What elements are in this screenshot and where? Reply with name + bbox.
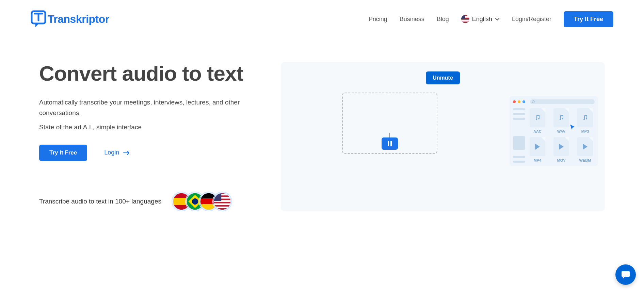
chat-icon [621,270,630,279]
language-selector[interactable]: English [461,15,500,23]
browser-sidebar [513,108,525,163]
file-card: WEBM [576,137,595,163]
svg-rect-7 [461,15,465,19]
file-card: WAV [552,108,571,134]
file-ext: MP3 [581,129,589,133]
file-ext: WAV [557,129,565,133]
svg-point-13 [192,198,198,205]
nav-business[interactable]: Business [400,16,424,23]
window-max-dot [522,100,525,103]
file-grid: AAC WAV MP3 MP4 [528,108,595,163]
languages-text: Transcribe audio to text in 100+ languag… [39,198,161,205]
audio-file-icon [577,108,593,127]
hero-illustration: Unmute [281,62,605,211]
chevron-down-icon [495,17,500,21]
file-ext: AAC [533,129,542,133]
pause-badge [382,137,398,150]
usa-flag-icon [461,15,469,23]
browser-body: AAC WAV MP3 MP4 [513,108,595,163]
file-ext: MP4 [534,158,542,162]
hero-login-link[interactable]: Login [104,149,130,156]
logo[interactable]: Transkriptor [31,10,109,28]
window-min-dot [518,100,520,103]
nav: Pricing Business Blog English Login/Regi… [369,11,613,27]
nav-login-register[interactable]: Login/Register [512,16,551,23]
hero-description-2: State of the art A.I., simple interface [39,124,260,131]
audio-file-icon [530,108,545,127]
hero-left: Convert audio to text Automatically tran… [39,62,260,211]
hero-actions: Try It Free Login [39,145,260,161]
file-card: MP4 [528,137,547,163]
hero-description-1: Automatically transcribe your meetings, … [39,97,260,118]
audio-file-icon [553,108,569,127]
arrow-right-icon [123,150,130,155]
svg-rect-22 [213,194,231,196]
file-card: MOV [552,137,571,163]
usa-flag-icon-large [212,192,232,211]
language-label: English [472,16,492,23]
search-bar [530,99,595,104]
video-file-icon [553,137,569,156]
file-card: AAC [528,108,547,134]
browser-header [513,99,595,104]
nav-cta-button[interactable]: Try It Free [564,11,613,27]
window-close-dot [513,100,516,103]
file-ext: MOV [557,158,565,162]
nav-blog[interactable]: Blog [437,16,449,23]
hero-cta-button[interactable]: Try It Free [39,145,87,161]
svg-rect-25 [213,204,231,205]
header: Transkriptor Pricing Business Blog Engli… [0,0,644,35]
video-file-icon [577,137,593,156]
chat-widget-button[interactable] [615,264,636,285]
svg-rect-5 [461,20,469,21]
hero: Convert audio to text Automatically tran… [0,35,644,211]
flags-stack [172,192,232,211]
brand-name: Transkriptor [48,13,109,26]
cursor-icon [569,124,576,130]
languages-row: Transcribe audio to text in 100+ languag… [39,192,260,211]
hero-title: Convert audio to text [39,62,260,85]
logo-icon [31,10,46,28]
file-ext: WEBM [579,158,591,162]
unmute-button[interactable]: Unmute [426,71,460,84]
svg-rect-4 [461,19,469,19]
file-card: MP3 [576,108,595,134]
pause-icon [388,141,392,146]
upload-dropzone [342,93,437,154]
hero-login-label: Login [104,149,119,156]
browser-mockup: AAC WAV MP3 MP4 [510,96,598,166]
nav-pricing[interactable]: Pricing [369,16,387,23]
svg-rect-6 [461,21,469,22]
video-file-icon [530,137,545,156]
